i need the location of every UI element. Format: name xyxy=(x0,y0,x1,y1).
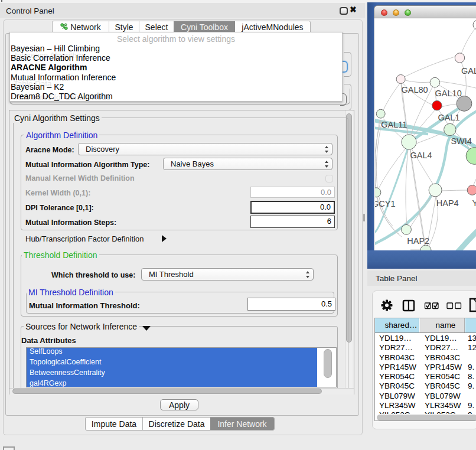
svg-text:Y: Y xyxy=(472,198,476,208)
svg-text:GAL10: GAL10 xyxy=(435,89,462,98)
svg-text:HAP2: HAP2 xyxy=(407,236,429,246)
svg-text:HAP4: HAP4 xyxy=(436,198,459,208)
svg-text:GAL11: GAL11 xyxy=(381,120,407,129)
svg-text:GAL1: GAL1 xyxy=(438,113,459,122)
svg-text:GAL: GAL xyxy=(461,66,476,76)
svg-text:SWI4: SWI4 xyxy=(451,136,471,146)
svg-text:GCY1: GCY1 xyxy=(375,199,396,208)
svg-text:GAL4: GAL4 xyxy=(410,151,432,160)
svg-text:GAL80: GAL80 xyxy=(402,85,428,94)
